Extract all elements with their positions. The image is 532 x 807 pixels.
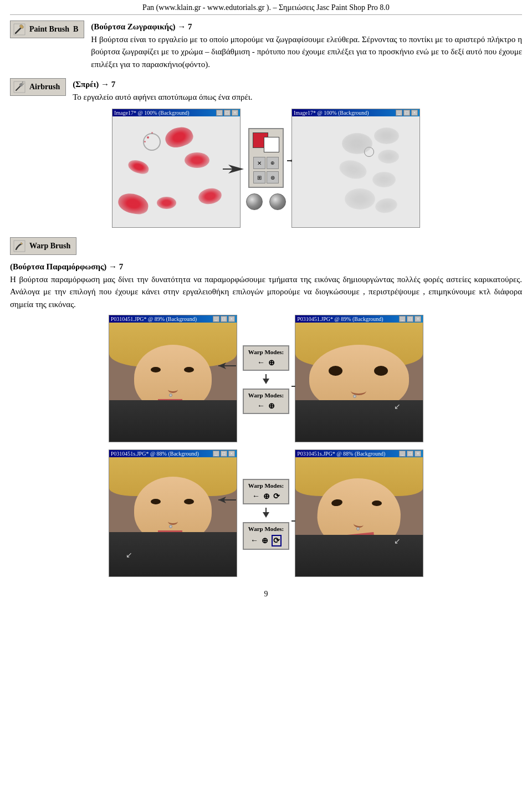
tool-icons-row: ✕ ⊕ (253, 157, 279, 169)
warp-icon-move3[interactable]: ⊕ (263, 492, 270, 501)
restore-btn[interactable]: □ (224, 110, 231, 116)
svg-point-10 (23, 83, 24, 83)
titlebar-buttons-right: _ □ × (396, 110, 418, 116)
minimize-btn[interactable]: _ (216, 110, 223, 116)
spray-blob (345, 188, 375, 210)
warp-window-left-1: P0310451.JPG* @ 89% (Background) _ □ × (109, 315, 237, 442)
paintbrush-subheading: (Βούρτσα Ζωγραφικής) → 7 (91, 22, 192, 31)
paintbrush-shortcut: B (73, 25, 78, 34)
warp-modes-box-top-2: Warp Modes: ← ⊕ ⟳ (243, 479, 289, 504)
spray-blob (378, 150, 399, 164)
airbrush-image-left: Image17* @ 100% (Background) _ □ × (112, 109, 241, 229)
page-number-text: 9 (264, 590, 268, 598)
warp-arrow-left-2 (218, 496, 241, 504)
svg-marker-25 (263, 512, 269, 518)
cursor-indicator: ↙ (394, 402, 401, 411)
warp-icon-left3[interactable]: ← (252, 492, 260, 500)
spray-dot (147, 136, 149, 139)
warp-canvas-right-2: ↙ (295, 457, 423, 576)
warp-btns-l2: _ □ × (213, 451, 235, 457)
color-swatches (253, 132, 279, 152)
svg-point-6 (19, 83, 23, 86)
paintbrush-text: (Βούρτσα Ζωγραφικής) → 7 Η βούρτσα είναι… (91, 21, 522, 70)
cls-btn-l2[interactable]: × (228, 451, 235, 457)
warp-arrow-down-1 (262, 374, 270, 385)
cursor-indicator-2: ↙ (126, 550, 132, 560)
minimize-btn-r[interactable]: _ (396, 110, 402, 116)
paint-blob (157, 197, 176, 209)
paintbrush-section: Paint Brush B (Βούρτσα Ζωγραφικής) → 7 Η… (10, 21, 522, 70)
min-btn-r2[interactable]: _ (399, 451, 406, 457)
cls-btn-r2[interactable]: × (415, 451, 421, 457)
max-btn-r[interactable]: □ (407, 316, 413, 322)
warp-modes-col-2: Warp Modes: ← ⊕ ⟳ Warp Modes: ← ⊕ ⟳ (243, 479, 289, 550)
warp-title-left-1: P0310451.JPG* @ 89% (Background) (111, 316, 197, 322)
airbrush-titlebar-right: Image17* @ 100% (Background) _ □ × (292, 109, 420, 116)
warpbrush-section: Warp Brush (Βούρτσα Παραμόρφωσης) → 7 Η … (10, 237, 522, 579)
cls-btn-r[interactable]: × (415, 316, 421, 322)
max-btn-l2[interactable]: □ (221, 451, 227, 457)
warp-title-right-1: P0310451.JPG* @ 89% (Background) (297, 316, 383, 322)
warp-mode-icon-left[interactable]: ← (257, 358, 265, 367)
min-btn[interactable]: _ (213, 316, 219, 322)
warp-titlebar-right-2: P0310451s.JPG* @ 88% (Background) _ □ × (295, 450, 423, 457)
warp-canvas-left-1 (109, 323, 237, 442)
warp-window-right-2: P0310451s.JPG* @ 88% (Background) _ □ × (295, 450, 423, 577)
close-btn[interactable]: × (232, 110, 238, 116)
airbrush-label: Airbrush (29, 83, 60, 91)
restore-btn-r[interactable]: □ (403, 110, 410, 116)
warpbrush-subheading: (Βούρτσα Παραμόρφωσης) → 7 (10, 262, 123, 271)
cls-btn[interactable]: × (228, 316, 235, 322)
paint-blob (185, 152, 209, 168)
close-btn-r[interactable]: × (411, 110, 418, 116)
cursor-indicator-3: ↙ (394, 537, 401, 546)
airbrush-section: Airbrush (Σπρέι) → 7 Το εργαλείο αυτό αφ… (10, 78, 522, 229)
paint-blob (197, 187, 223, 206)
toolbar-panel: ✕ ⊕ ⊞ ⊛ (248, 128, 284, 188)
paint-blob (163, 124, 196, 151)
warpbrush-desc1: Η βούρτσα παραμόρφωση μας δίνει την δυνα… (10, 275, 522, 284)
paint-blob (127, 158, 150, 175)
warp-mode-icon-move2[interactable]: ⊕ (268, 401, 275, 411)
tool-icon-4[interactable]: ⊛ (267, 171, 279, 183)
sphere-icon-right (269, 193, 286, 210)
warp-btns-r2: _ □ × (399, 451, 421, 457)
airbrush-heading-row: Airbrush (Σπρέι) → 7 Το εργαλείο αυτό αφ… (10, 78, 522, 103)
spray-blob (337, 157, 369, 182)
warp-mode-icon-move[interactable]: ⊕ (268, 358, 275, 367)
warp-window-right-1: P0310451.JPG* @ 89% (Background) _ □ × (295, 315, 423, 442)
tool-icon-2[interactable]: ⊕ (267, 157, 279, 169)
warp-mode-icon-left2[interactable]: ← (257, 401, 265, 410)
page-header: Pan (www.klain.gr - www.edutorials.gr ).… (10, 0, 522, 15)
airbrush-images-row: Image17* @ 100% (Background) _ □ × (10, 109, 522, 229)
warp-row-1: P0310451.JPG* @ 89% (Background) _ □ × (10, 315, 522, 444)
svg-point-7 (22, 83, 23, 84)
warp-titlebar-right-1: P0310451.JPG* @ 89% (Background) _ □ × (295, 315, 423, 323)
max-btn-r2[interactable]: □ (407, 451, 413, 457)
tool-icon-1[interactable]: ✕ (253, 157, 265, 169)
warp-btns-r1: _ □ × (399, 316, 421, 322)
warp-arrow-down-2 (262, 508, 270, 519)
airbrush-window-left: Image17* @ 100% (Background) _ □ × (112, 109, 241, 228)
warp-title-right-2: P0310451s.JPG* @ 88% (Background) (297, 451, 385, 457)
warp-face-left-1: P0310451.JPG* @ 89% (Background) _ □ × (109, 315, 237, 444)
warp-icon-rotate3[interactable]: ⟳ (273, 492, 280, 501)
paintbrush-label: Paint Brush (29, 25, 69, 34)
warp-modes-icons-t1: ← ⊕ (257, 358, 275, 367)
min-btn-r[interactable]: _ (399, 316, 406, 322)
warpbrush-desc-row: (Βούρτσα Παραμόρφωσης) → 7 Η βούρτσα παρ… (10, 261, 522, 310)
tool-icon-3[interactable]: ⊞ (253, 171, 265, 183)
min-btn-l2[interactable]: _ (213, 451, 219, 457)
warp-icon-left4[interactable]: ← (250, 536, 258, 545)
warp-window-left-2: P0310451s.JPG* @ 88% (Background) _ □ × (109, 450, 237, 577)
warp-modes-icons-t2: ← ⊕ ⟳ (252, 492, 280, 501)
background-color[interactable] (264, 137, 279, 152)
warp-icon-rotate4[interactable]: ⟳ (272, 535, 282, 546)
svg-point-9 (22, 81, 23, 83)
warpbrush-label: Warp Brush (29, 242, 70, 251)
warp-icon-move4[interactable]: ⊕ (262, 536, 268, 545)
paintbrush-description: Η βούρτσα είναι το εργαλείο με το οποίο … (91, 35, 522, 69)
max-btn[interactable]: □ (221, 316, 227, 322)
header-text: Pan (www.klain.gr - www.edutorials.gr ).… (142, 3, 390, 12)
warp-arrow-left-1 (218, 361, 241, 370)
